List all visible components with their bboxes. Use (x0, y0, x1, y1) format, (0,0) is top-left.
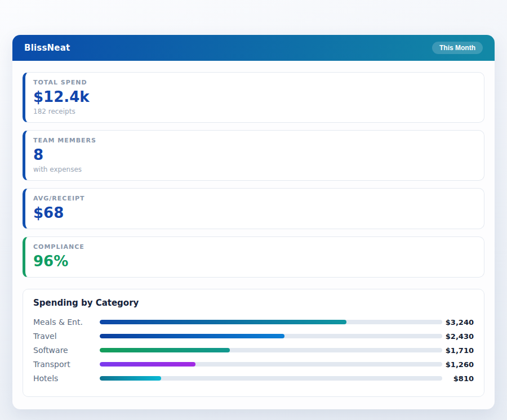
category-row: Software $1,710 (33, 343, 474, 358)
category-amount: $3,240 (442, 318, 474, 327)
stat-label: TOTAL SPEND (33, 79, 475, 86)
app-title: BlissNeat (24, 43, 70, 53)
category-list: Meals & Ent. $3,240 Travel $2,430 (33, 315, 474, 386)
stat-label: COMPLIANCE (33, 243, 475, 251)
period-badge[interactable]: This Month (432, 42, 483, 54)
stat-card: TOTAL SPEND $12.4k 182 receipts (23, 72, 484, 123)
dashboard-panel: BlissNeat This Month TOTAL SPEND $12.4k … (12, 35, 495, 409)
stat-caption: with expenses (33, 166, 475, 173)
category-label: Software (33, 346, 100, 355)
category-row: Meals & Ent. $3,240 (33, 315, 474, 329)
stat-value: 8 (33, 147, 475, 164)
spending-title: Spending by Category (33, 298, 474, 308)
stat-label: TEAM MEMBERS (33, 137, 475, 144)
category-row: Transport $1,260 (33, 358, 474, 372)
category-amount: $810 (442, 374, 474, 383)
app-header: BlissNeat This Month (12, 35, 495, 61)
category-bar-track (100, 376, 442, 381)
category-row: Hotels $810 (33, 372, 474, 386)
category-bar-track (100, 362, 442, 367)
stat-value: $68 (33, 205, 475, 222)
stat-card: TEAM MEMBERS 8 with expenses (23, 130, 484, 181)
stat-value: $12.4k (33, 89, 475, 106)
stat-value: 96% (33, 253, 475, 270)
category-label: Hotels (33, 374, 100, 383)
category-bar-fill (100, 362, 195, 367)
spending-by-category-card: Spending by Category Meals & Ent. $3,240… (23, 289, 484, 397)
stat-caption: 182 receipts (33, 108, 475, 115)
category-label: Transport (33, 360, 100, 369)
category-label: Meals & Ent. (33, 318, 100, 327)
category-bar-track (100, 334, 442, 338)
category-amount: $1,710 (442, 346, 474, 355)
category-bar-fill (100, 376, 161, 381)
panel-body: TOTAL SPEND $12.4k 182 receipts TEAM MEM… (12, 61, 495, 409)
category-amount: $1,260 (442, 360, 474, 369)
category-label: Travel (33, 332, 100, 341)
stat-label: AVG/RECEIPT (33, 195, 475, 202)
stats-list: TOTAL SPEND $12.4k 182 receipts TEAM MEM… (23, 72, 484, 278)
category-row: Travel $2,430 (33, 329, 474, 343)
category-amount: $2,430 (442, 332, 474, 341)
category-bar-track (100, 320, 442, 324)
stat-card: AVG/RECEIPT $68 (23, 188, 484, 229)
category-bar-fill (100, 334, 284, 338)
stat-card: COMPLIANCE 96% (23, 236, 484, 278)
category-bar-fill (100, 320, 346, 324)
category-bar-fill (100, 348, 230, 352)
category-bar-track (100, 348, 442, 352)
